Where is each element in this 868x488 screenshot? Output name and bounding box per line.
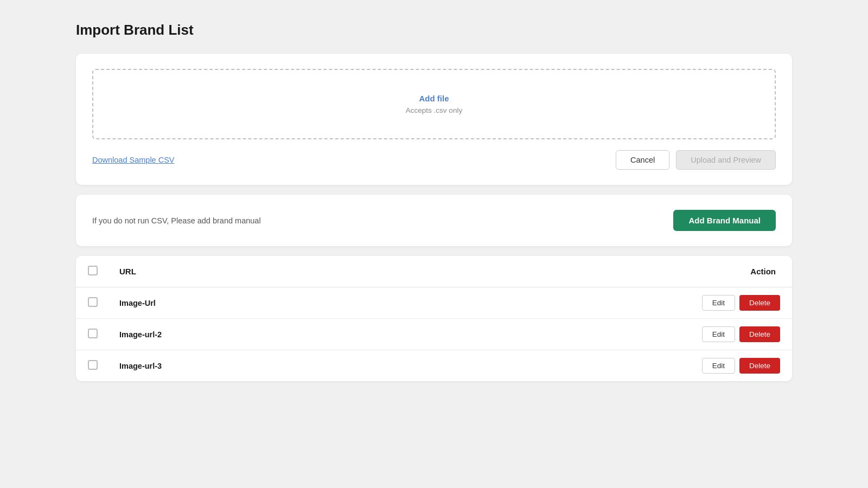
upload-actions: Download Sample CSV Cancel Upload and Pr… <box>92 150 776 170</box>
download-sample-csv-link[interactable]: Download Sample CSV <box>92 156 175 164</box>
row-url-0: Image-Url <box>108 287 374 319</box>
action-btn-group-1: Edit Delete <box>385 326 780 342</box>
table-header-action: Action <box>374 256 792 287</box>
upload-preview-button[interactable]: Upload and Preview <box>676 150 776 170</box>
row-checkbox-cell <box>76 287 108 319</box>
table-row: Image-Url Edit Delete <box>76 287 792 319</box>
add-brand-manual-button[interactable]: Add Brand Manual <box>673 210 776 231</box>
table-header-url: URL <box>108 256 374 287</box>
page-title: Import Brand List <box>76 22 792 38</box>
row-action-1: Edit Delete <box>374 319 792 350</box>
row-action-2: Edit Delete <box>374 350 792 382</box>
manual-hint-text: If you do not run CSV, Please add brand … <box>92 216 261 225</box>
add-file-label[interactable]: Add file <box>419 94 449 103</box>
edit-button-1[interactable]: Edit <box>702 326 735 342</box>
delete-button-2[interactable]: Delete <box>739 358 780 374</box>
brand-list-table: URL Action Image-Url Edit Delete Image-u… <box>76 256 792 381</box>
row-url-2: Image-url-3 <box>108 350 374 382</box>
select-all-checkbox[interactable] <box>88 266 98 275</box>
action-btn-group-0: Edit Delete <box>385 295 780 311</box>
cancel-button[interactable]: Cancel <box>616 150 669 170</box>
row-action-0: Edit Delete <box>374 287 792 319</box>
upload-card: Add file Accepts .csv only Download Samp… <box>76 54 792 185</box>
dropzone-hint: Accepts .csv only <box>406 106 462 114</box>
edit-button-0[interactable]: Edit <box>702 295 735 311</box>
edit-button-2[interactable]: Edit <box>702 358 735 374</box>
row-checkbox-cell <box>76 319 108 350</box>
row-url-1: Image-url-2 <box>108 319 374 350</box>
delete-button-0[interactable]: Delete <box>739 295 780 311</box>
manual-card: If you do not run CSV, Please add brand … <box>76 195 792 246</box>
file-dropzone[interactable]: Add file Accepts .csv only <box>92 69 776 139</box>
table-row: Image-url-2 Edit Delete <box>76 319 792 350</box>
row-checkbox-1[interactable] <box>88 329 98 338</box>
table-row: Image-url-3 Edit Delete <box>76 350 792 382</box>
row-checkbox-0[interactable] <box>88 297 98 307</box>
upload-button-group: Cancel Upload and Preview <box>616 150 776 170</box>
action-btn-group-2: Edit Delete <box>385 358 780 374</box>
row-checkbox-2[interactable] <box>88 360 98 370</box>
brand-list-table-card: URL Action Image-Url Edit Delete Image-u… <box>76 256 792 381</box>
row-checkbox-cell <box>76 350 108 382</box>
delete-button-1[interactable]: Delete <box>739 326 780 342</box>
table-header-checkbox-col <box>76 256 108 287</box>
